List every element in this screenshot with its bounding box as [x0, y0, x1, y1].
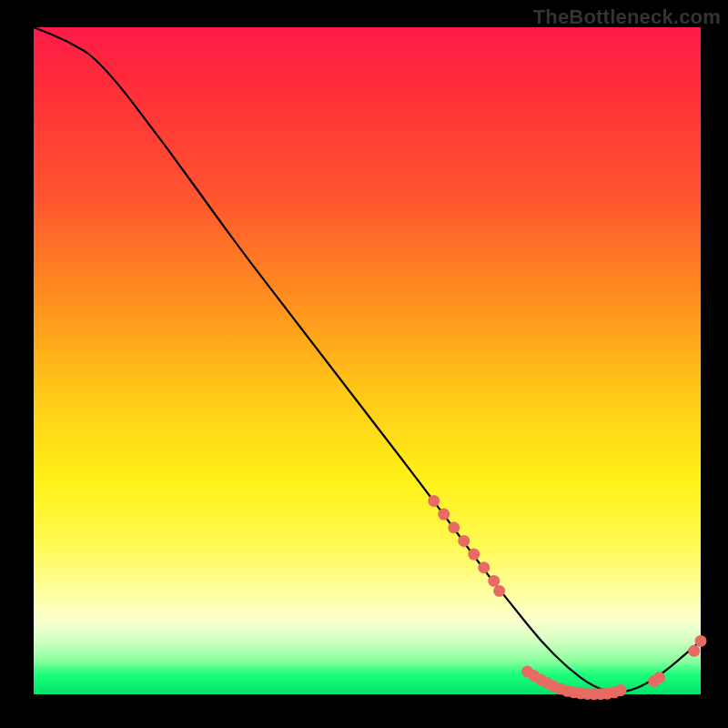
data-point — [615, 684, 627, 696]
data-point — [428, 495, 440, 507]
chart-svg — [34, 27, 701, 694]
data-point — [468, 549, 480, 561]
data-point — [695, 635, 707, 647]
data-point — [478, 561, 490, 573]
data-point — [458, 535, 470, 547]
data-point — [448, 521, 460, 533]
data-point — [688, 645, 700, 657]
chart-area — [32, 27, 701, 696]
data-point — [438, 509, 450, 521]
watermark-text: TheBottleneck.com — [533, 5, 721, 29]
data-point — [493, 585, 505, 597]
root: TheBottleneck.com — [0, 0, 728, 728]
data-point — [653, 672, 665, 683]
data-point — [488, 575, 500, 587]
series-curve — [34, 27, 701, 693]
